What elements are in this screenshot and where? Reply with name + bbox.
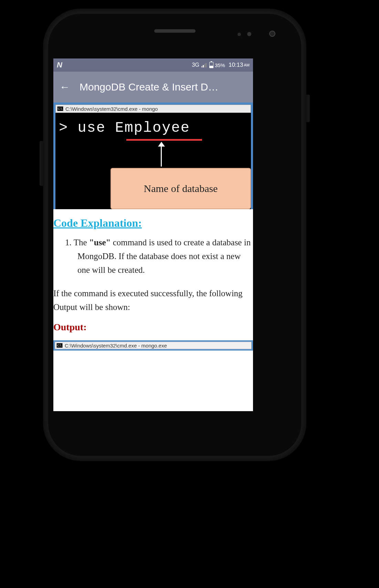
phone-sensor [238, 33, 241, 36]
highlight-underline [126, 139, 202, 141]
signal-icon [201, 63, 207, 67]
text-fragment: The [74, 238, 89, 247]
explanation-list-item: 1.The "use" command is used to create a … [53, 236, 253, 277]
terminal-window-title: C:\Windows\system32\cmd.exe - mongo [65, 106, 158, 112]
cmd-icon: C:\. [56, 343, 63, 348]
section-heading: Code Explanation: [53, 209, 253, 236]
status-bar: N 3G 35% 10:13 AM [53, 58, 253, 72]
bold-keyword: "use" [89, 238, 111, 247]
battery-icon [209, 62, 213, 68]
annotation-label: Name of database [110, 168, 251, 209]
power-button [306, 95, 310, 122]
article-content[interactable]: C:\. C:\Windows\system32\cmd.exe - mongo… [53, 103, 253, 411]
output-screenshot-figure: C:\. C:\Windows\system32\cmd.exe - mongo… [53, 340, 253, 351]
paragraph: If the command is executed successfully,… [53, 287, 253, 314]
back-arrow-icon[interactable]: ← [60, 81, 70, 93]
phone-sensor [247, 32, 251, 36]
arrow-up-icon [161, 142, 162, 167]
output-heading: Output: [53, 322, 253, 333]
terminal-command-line: > use Employee [59, 120, 248, 136]
clock-ampm: AM [244, 63, 250, 67]
cmd-icon: C:\. [57, 106, 63, 111]
network-type: 3G [192, 62, 199, 68]
battery-percent: 35% [215, 62, 225, 68]
android-n-icon: N [57, 61, 62, 70]
volume-button [40, 141, 43, 186]
terminal-titlebar: C:\. C:\Windows\system32\cmd.exe - mongo [55, 105, 251, 113]
phone-speaker [154, 29, 196, 33]
clock-time: 10:13 [229, 62, 243, 68]
terminal-body: > use Employee Name of database [55, 113, 251, 209]
terminal-titlebar: C:\. C:\Windows\system32\cmd.exe - mongo… [55, 342, 252, 349]
list-marker: 1. [65, 238, 72, 247]
phone-screen: N 3G 35% 10:13 AM ← MongoDB Create & Ins… [53, 58, 253, 411]
app-bar: ← MongoDB Create & Insert D… [53, 72, 253, 103]
phone-camera [269, 31, 275, 37]
page-title: MongoDB Create & Insert D… [80, 81, 247, 93]
terminal-window-title: C:\Windows\system32\cmd.exe - mongo.exe [65, 343, 167, 349]
code-screenshot-figure: C:\. C:\Windows\system32\cmd.exe - mongo… [53, 103, 253, 209]
